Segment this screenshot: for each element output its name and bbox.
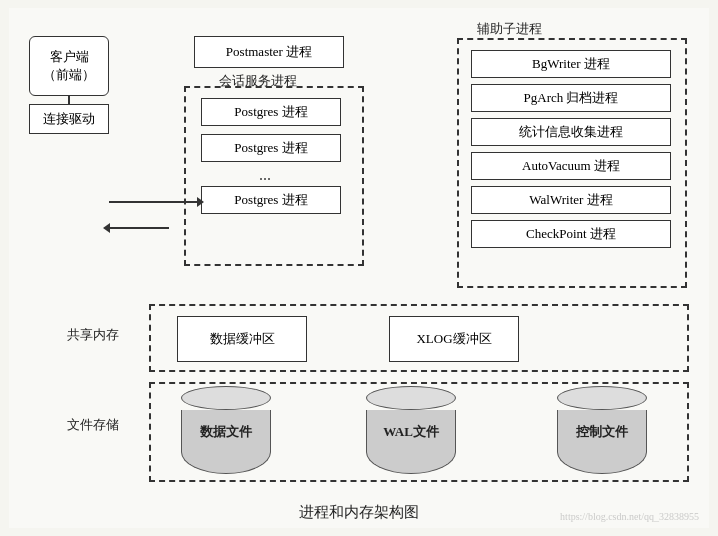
aux-bgwriter: BgWriter 进程 — [471, 50, 671, 78]
data-file-cylinder: 数据文件 — [181, 386, 271, 474]
aux-processes-label: 辅助子进程 — [477, 20, 542, 38]
aux-pgarch: PgArch 归档进程 — [471, 84, 671, 112]
watermark: https://blog.csdn.net/qq_32838955 — [560, 511, 699, 522]
aux-walwriter: WalWriter 进程 — [471, 186, 671, 214]
client-box: 客户端 （前端） — [29, 36, 109, 96]
client-line1: 客户端 — [50, 48, 89, 66]
postmaster-box: Postmaster 进程 — [194, 36, 344, 68]
arrow-right-connector — [109, 201, 201, 203]
arrow-client-down — [68, 96, 70, 104]
aux-checkpoint: CheckPoint 进程 — [471, 220, 671, 248]
data-buffer-box: 数据缓冲区 — [177, 316, 307, 362]
client-line2: （前端） — [43, 66, 95, 84]
postmaster-label: Postmaster 进程 — [226, 43, 312, 61]
connection-driver-box: 连接驱动 — [29, 104, 109, 134]
control-file-cylinder: 控制文件 — [557, 386, 647, 474]
wal-file-label: WAL文件 — [383, 423, 439, 441]
wal-file-cylinder: WAL文件 — [366, 386, 456, 474]
arrowhead-right — [197, 197, 204, 207]
postgres-dots: ... — [259, 166, 271, 184]
file-storage-label: 文件存储 — [67, 416, 119, 434]
xlog-buffer-box: XLOG缓冲区 — [389, 316, 519, 362]
postgres-box-3: Postgres 进程 — [201, 186, 341, 214]
postgres-box-1: Postgres 进程 — [201, 98, 341, 126]
control-file-label: 控制文件 — [576, 423, 628, 441]
data-file-label: 数据文件 — [200, 423, 252, 441]
arrow-to-postgres — [109, 227, 169, 229]
diagram: 客户端 （前端） 连接驱动 Postmaster 进程 会话服务进程 Postg… — [9, 8, 709, 528]
shared-memory-label: 共享内存 — [67, 326, 119, 344]
aux-stats: 统计信息收集进程 — [471, 118, 671, 146]
postgres-box-2: Postgres 进程 — [201, 134, 341, 162]
aux-autovacuum: AutoVacuum 进程 — [471, 152, 671, 180]
connection-driver-label: 连接驱动 — [43, 110, 95, 128]
